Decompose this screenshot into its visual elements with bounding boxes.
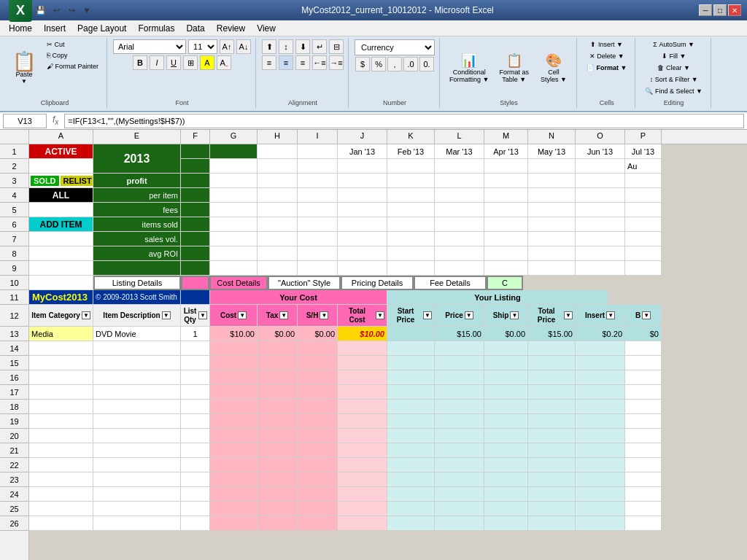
border-button[interactable]: ⊞: [183, 55, 198, 70]
cell-m16[interactable]: [484, 370, 528, 385]
align-middle-btn[interactable]: ↕: [279, 39, 293, 54]
row-header-14[interactable]: 14: [0, 341, 28, 356]
cell-o14[interactable]: [576, 341, 625, 356]
cell-a13-category[interactable]: Media: [29, 327, 93, 341]
cell-p6[interactable]: [625, 217, 662, 232]
cell-n15[interactable]: [528, 356, 576, 370]
cell-o16[interactable]: [576, 370, 625, 385]
cell-j15[interactable]: [338, 356, 387, 370]
cell-m1[interactable]: Apr '13: [484, 144, 528, 159]
align-center-btn[interactable]: ≡: [279, 55, 293, 70]
cell-n3[interactable]: [528, 174, 576, 188]
cell-j16[interactable]: [338, 370, 387, 385]
menu-home[interactable]: Home: [3, 22, 38, 35]
cell-p13-b[interactable]: $0: [625, 327, 662, 341]
listing-details-btn[interactable]: Listing Details: [93, 276, 181, 290]
col-header-g[interactable]: G: [210, 130, 258, 144]
cell-i15[interactable]: [298, 356, 338, 370]
cell-l18[interactable]: [435, 400, 484, 414]
row-header-2[interactable]: 2: [0, 159, 28, 174]
row-header-13[interactable]: 13: [0, 327, 28, 341]
currency-btn[interactable]: $: [355, 57, 370, 71]
col-header-tax[interactable]: Tax▼: [258, 305, 298, 327]
cell-f13-qty[interactable]: 1: [181, 327, 210, 341]
cell-l9[interactable]: [435, 261, 484, 276]
cell-a14[interactable]: [29, 341, 93, 356]
cell-m8[interactable]: [484, 246, 528, 261]
relist-button[interactable]: RELIST: [61, 176, 93, 186]
row-header-15[interactable]: 15: [0, 356, 28, 370]
cell-f5[interactable]: [181, 203, 210, 217]
cell-l6[interactable]: [435, 217, 484, 232]
cell-f7[interactable]: [181, 232, 210, 246]
extra-btn[interactable]: C: [487, 276, 523, 290]
row-header-25[interactable]: 25: [0, 502, 28, 516]
cell-e7-salesvol[interactable]: sales vol.: [93, 232, 181, 246]
cell-g17[interactable]: [210, 385, 258, 400]
cell-i4[interactable]: [298, 188, 338, 203]
cell-g8[interactable]: [210, 246, 258, 261]
cell-o7[interactable]: [576, 232, 625, 246]
cell-k15[interactable]: [387, 356, 435, 370]
cell-p3[interactable]: [625, 174, 662, 188]
cell-j7[interactable]: [338, 232, 387, 246]
col-header-list-qty[interactable]: List Qty▼: [181, 305, 210, 327]
cell-i2[interactable]: [298, 159, 338, 174]
row-header-19[interactable]: 19: [0, 414, 28, 429]
cell-l4[interactable]: [435, 188, 484, 203]
cell-h1[interactable]: [258, 144, 298, 159]
col-header-insert[interactable]: Insert▼: [576, 305, 625, 327]
cell-k5[interactable]: [387, 203, 435, 217]
cell-j5[interactable]: [338, 203, 387, 217]
font-shrink-btn[interactable]: A↓: [236, 39, 251, 54]
cell-a7[interactable]: [29, 232, 93, 246]
fill-color-button[interactable]: A: [200, 55, 214, 70]
cell-k1[interactable]: Feb '13: [387, 144, 435, 159]
cell-h15[interactable]: [258, 356, 298, 370]
cell-g16[interactable]: [210, 370, 258, 385]
cell-j8[interactable]: [338, 246, 387, 261]
cell-e17[interactable]: [93, 385, 181, 400]
cell-j9[interactable]: [338, 261, 387, 276]
cell-h9[interactable]: [258, 261, 298, 276]
col-header-total-cost[interactable]: Total Cost▼: [338, 305, 387, 327]
cell-m15[interactable]: [484, 356, 528, 370]
pricing-details-btn[interactable]: Pricing Details: [341, 276, 414, 290]
cell-m17[interactable]: [484, 385, 528, 400]
cell-j6[interactable]: [338, 217, 387, 232]
cell-l3[interactable]: [435, 174, 484, 188]
cell-a9[interactable]: [29, 261, 93, 276]
col-header-h[interactable]: H: [258, 130, 298, 144]
merge-btn[interactable]: ⊟: [329, 39, 344, 54]
cell-o17[interactable]: [576, 385, 625, 400]
cell-h17[interactable]: [258, 385, 298, 400]
row-header-18[interactable]: 18: [0, 400, 28, 414]
row-header-11[interactable]: 11: [0, 290, 28, 305]
cell-h18[interactable]: [258, 400, 298, 414]
format-as-table-btn[interactable]: 📋 Format as Table ▼: [495, 50, 533, 85]
cell-i16[interactable]: [298, 370, 338, 385]
cell-g5[interactable]: [210, 203, 258, 217]
cell-m18[interactable]: [484, 400, 528, 414]
cell-k18[interactable]: [387, 400, 435, 414]
cell-g1[interactable]: [210, 144, 258, 159]
cell-f18[interactable]: [181, 400, 210, 414]
cell-e9[interactable]: [93, 261, 181, 276]
delete-cells-btn[interactable]: ✕ Delete ▼: [586, 51, 628, 61]
row-header-16[interactable]: 16: [0, 370, 28, 385]
col-header-cost[interactable]: Cost▼: [210, 305, 258, 327]
row-header-3[interactable]: 3: [0, 174, 28, 188]
cell-f9[interactable]: [181, 261, 210, 276]
cell-j2[interactable]: [338, 159, 387, 174]
cell-f1[interactable]: [181, 144, 210, 159]
cell-a2[interactable]: [29, 159, 93, 174]
cell-l14[interactable]: [435, 341, 484, 356]
cell-i6[interactable]: [298, 217, 338, 232]
cell-p5[interactable]: [625, 203, 662, 217]
row-header-1[interactable]: 1: [0, 144, 28, 159]
cell-n7[interactable]: [528, 232, 576, 246]
cell-k14[interactable]: [387, 341, 435, 356]
cell-o13-insert[interactable]: $0.20: [576, 327, 625, 341]
format-cells-btn[interactable]: 📄 Format ▼: [583, 63, 630, 73]
font-size-select[interactable]: 11: [188, 39, 217, 54]
